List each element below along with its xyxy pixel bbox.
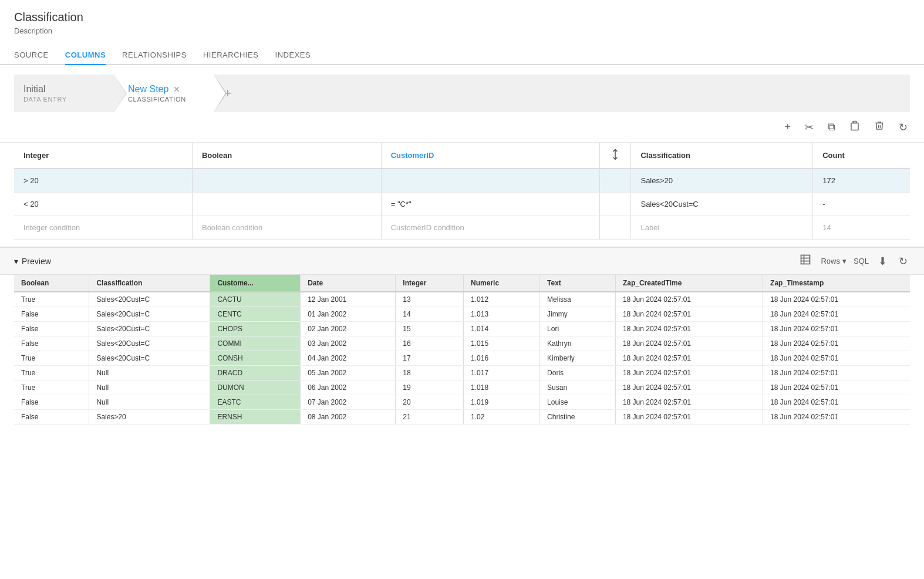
preview-col-header: Integer	[396, 275, 464, 292]
step-initial-name: Initial	[23, 84, 45, 95]
col-classification: Classification	[631, 143, 813, 169]
preview-col-header: Date	[301, 275, 396, 292]
preview-table-row: TrueNullDUMON06 Jan 2002191.018Susan18 J…	[14, 381, 910, 395]
col-integer: Integer	[14, 143, 192, 169]
table-row: < 20= "C*"Sales<20Cust=C-	[14, 193, 910, 216]
delete-icon[interactable]	[872, 118, 887, 136]
copy-icon[interactable]: ⧉	[825, 119, 838, 136]
svg-rect-3	[801, 255, 810, 264]
step-close-button[interactable]: ✕	[173, 85, 180, 94]
step-newstep-sub: CLASSIFICATION	[128, 96, 202, 103]
toolbar: + ✂ ⧉ ↻	[0, 112, 924, 143]
paste-icon[interactable]	[847, 118, 862, 136]
rows-label-text: Rows	[821, 257, 840, 265]
preview-label: Preview	[22, 257, 51, 266]
classification-table: Integer Boolean CustomerID Classificatio…	[14, 143, 910, 240]
preview-section: ▾ Preview Rows ▾ SQL ⬇ ↻ BooleanClassifi…	[0, 247, 924, 425]
preview-col-header: Numeric	[464, 275, 540, 292]
rows-chevron: ▾	[842, 257, 847, 265]
tab-columns[interactable]: COLUMNS	[65, 45, 106, 65]
tab-hierarchies[interactable]: HIERARCHIES	[203, 45, 259, 65]
table-row: Integer conditionBoolean conditionCustom…	[14, 216, 910, 240]
refresh-preview-icon[interactable]: ↻	[896, 254, 910, 269]
cut-icon[interactable]: ✂	[802, 119, 816, 136]
preview-table-row: FalseSales>20ERNSH08 Jan 2002211.02Chris…	[14, 410, 910, 425]
tab-relationships[interactable]: RELATIONSHIPS	[122, 45, 187, 65]
col-boolean: Boolean	[192, 143, 381, 169]
preview-table: BooleanClassificationCustome...DateInteg…	[14, 275, 910, 425]
preview-controls: Rows ▾ SQL ⬇ ↻	[797, 253, 910, 270]
page-header: Classification Description	[0, 0, 924, 39]
step-initial[interactable]: Initial DATA ENTRY	[14, 75, 114, 112]
preview-col-header: Classification	[89, 275, 210, 292]
page-title: Classification	[14, 11, 910, 24]
table-view-icon[interactable]	[797, 253, 814, 270]
step-newstep-name: New Step	[128, 84, 168, 95]
add-icon[interactable]: +	[782, 119, 793, 136]
tab-indexes[interactable]: INDEXES	[275, 45, 311, 65]
step-initial-sub: DATA ENTRY	[23, 96, 102, 103]
preview-table-row: TrueNullDRACD05 Jan 2002181.017Doris18 J…	[14, 366, 910, 381]
refresh-icon[interactable]: ↻	[896, 119, 910, 136]
preview-col-header: Text	[540, 275, 616, 292]
preview-table-row: FalseSales<20Cust=CCHOPS02 Jan 2002151.0…	[14, 322, 910, 336]
classification-table-container: Integer Boolean CustomerID Classificatio…	[0, 143, 924, 240]
col-sort[interactable]	[600, 143, 631, 169]
preview-col-header: Zap_CreatedTime	[615, 275, 763, 292]
col-customerid[interactable]: CustomerID	[381, 143, 600, 169]
preview-title[interactable]: ▾ Preview	[14, 257, 51, 266]
preview-table-wrap: BooleanClassificationCustome...DateInteg…	[0, 275, 924, 425]
nav-tabs: SOURCE COLUMNS RELATIONSHIPS HIERARCHIES…	[0, 45, 924, 65]
preview-chevron: ▾	[14, 257, 18, 266]
preview-col-header: Boolean	[14, 275, 89, 292]
col-count: Count	[813, 143, 910, 169]
tab-source[interactable]: SOURCE	[14, 45, 49, 65]
preview-table-row: TrueSales<20Cust=CCONSH04 Jan 2002171.01…	[14, 351, 910, 366]
svg-rect-1	[851, 123, 858, 130]
table-header-row: Integer Boolean CustomerID Classificatio…	[14, 143, 910, 169]
preview-col-header: Custome...	[210, 275, 301, 292]
steps-bar: Initial DATA ENTRY New Step ✕ CLASSIFICA…	[14, 75, 910, 112]
preview-table-row: TrueSales<20Cust=CCACTU12 Jan 2001131.01…	[14, 292, 910, 307]
preview-table-row: FalseSales<20Cust=CCOMMI03 Jan 2002161.0…	[14, 336, 910, 351]
preview-header-row: BooleanClassificationCustome...DateInteg…	[14, 275, 910, 292]
preview-header: ▾ Preview Rows ▾ SQL ⬇ ↻	[0, 248, 924, 275]
preview-table-row: FalseSales<20Cust=CCENTC01 Jan 2002141.0…	[14, 307, 910, 322]
page-description: Description	[14, 26, 910, 35]
rows-selector[interactable]: Rows ▾	[821, 257, 847, 265]
step-newstep[interactable]: New Step ✕ CLASSIFICATION	[114, 75, 214, 112]
preview-col-header: Zap_Timestamp	[763, 275, 910, 292]
download-icon[interactable]: ⬇	[876, 254, 889, 269]
table-row: > 20Sales>20172	[14, 169, 910, 193]
sql-label[interactable]: SQL	[854, 257, 869, 265]
preview-table-row: FalseNullEASTC07 Jan 2002201.019Louise18…	[14, 395, 910, 410]
